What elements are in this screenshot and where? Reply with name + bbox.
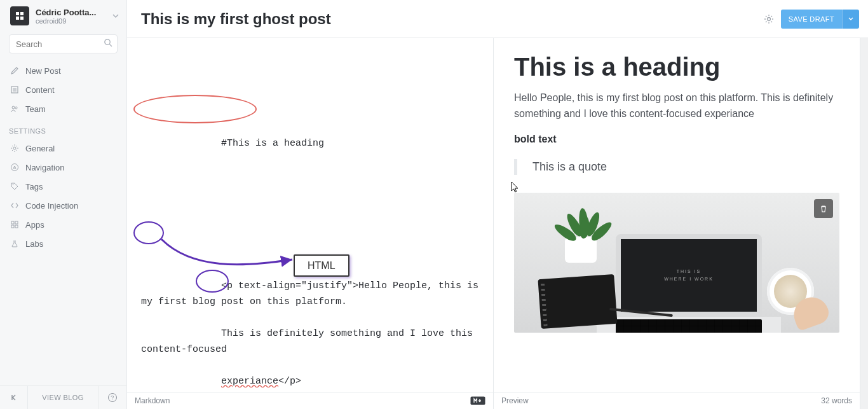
sidebar: Cédric Pootta... cedroid09 New Post Cont… <box>0 0 127 409</box>
editor-line-para2: This is definitely something and I love … <box>141 328 478 355</box>
sidebar-item-label: Navigation <box>25 163 64 172</box>
preview-pane: This is a heading Hello People, this is … <box>494 38 860 409</box>
sidebar-item-tags[interactable]: Tags <box>0 177 126 196</box>
compass-icon <box>9 163 20 172</box>
markdown-badge-icon[interactable] <box>470 396 485 405</box>
post-settings-icon[interactable] <box>763 13 775 25</box>
svg-point-11 <box>15 107 17 109</box>
editor-line-para2c: </p> <box>278 376 301 387</box>
svg-point-12 <box>13 147 16 149</box>
plant-graphic <box>546 199 616 269</box>
user-header[interactable]: Cédric Pootta... cedroid09 <box>0 0 126 31</box>
editor-line-para2b: experiance <box>221 376 278 387</box>
sidebar-item-label: Team <box>25 104 46 114</box>
svg-point-14 <box>13 184 14 186</box>
tag-icon <box>9 182 20 191</box>
editor-line-heading: #This is a heading <box>221 138 324 149</box>
preview-footer: Preview 32 words <box>494 392 860 409</box>
help-button[interactable]: ? <box>98 386 126 409</box>
list-icon <box>9 85 20 94</box>
svg-point-21 <box>767 17 770 20</box>
svg-rect-16 <box>15 221 18 224</box>
preview-bold: bold text <box>514 134 839 145</box>
search-icon[interactable] <box>104 38 112 47</box>
editor-footer: Markdown <box>127 392 493 409</box>
sidebar-item-label: Labs <box>25 239 43 249</box>
editor-pane: #This is a heading <p text-align="justif… <box>127 38 494 409</box>
pencil-icon <box>9 66 20 75</box>
editor-line-para1: <p text-align="justify">Hello People, th… <box>141 281 484 307</box>
blog-logo <box>10 6 29 25</box>
editor-mode-label: Markdown <box>135 396 170 405</box>
sidebar-item-labs[interactable]: Labs <box>0 234 126 253</box>
sidebar-item-label: Content <box>25 85 55 95</box>
svg-line-5 <box>109 44 112 46</box>
title-bar: This is my first ghost post SAVE DRAFT <box>127 0 868 38</box>
svg-point-13 <box>11 164 18 171</box>
save-dropdown-button[interactable] <box>842 10 859 29</box>
people-icon <box>9 104 20 113</box>
svg-rect-17 <box>11 225 14 228</box>
sidebar-item-content[interactable]: Content <box>0 80 126 99</box>
callout-html: HTML <box>294 254 349 277</box>
user-handle: cedroid09 <box>36 17 111 25</box>
scrollbar[interactable] <box>860 38 868 409</box>
sidebar-item-label: Apps <box>25 220 44 230</box>
chevron-down-icon[interactable] <box>111 11 120 20</box>
sidebar-item-general[interactable]: General <box>0 139 126 158</box>
save-draft-button[interactable]: SAVE DRAFT <box>781 10 842 29</box>
svg-rect-1 <box>20 12 24 15</box>
search-input[interactable] <box>9 34 118 53</box>
sidebar-search <box>9 34 118 53</box>
settings-label: SETTINGS <box>0 121 126 136</box>
sidebar-item-label: Code Injection <box>25 201 78 211</box>
user-name: Cédric Pootta... <box>36 8 111 17</box>
sidebar-item-label: New Post <box>25 66 61 76</box>
nav-settings: General Navigation Tags Code Injection A… <box>0 136 126 256</box>
gear-icon <box>9 144 20 153</box>
code-icon <box>9 201 20 210</box>
apps-icon <box>9 220 20 229</box>
sidebar-footer: VIEW BLOG ? <box>0 385 126 409</box>
svg-rect-0 <box>16 12 19 15</box>
sidebar-item-label: General <box>25 144 55 153</box>
preview-image: THIS IS WHERE I WORK <box>514 193 839 333</box>
sidebar-item-team[interactable]: Team <box>0 99 126 118</box>
preview-mode-label: Preview <box>501 396 529 405</box>
laptop-graphic: THIS IS WHERE I WORK <box>616 234 781 333</box>
word-count: 32 words <box>821 396 852 405</box>
preview-heading: This is a heading <box>514 52 839 81</box>
svg-text:?: ? <box>111 394 114 401</box>
svg-point-10 <box>12 106 15 109</box>
nav-primary: New Post Content Team <box>0 59 126 121</box>
sidebar-item-navigation[interactable]: Navigation <box>0 158 126 177</box>
save-draft-split-button: SAVE DRAFT <box>781 10 859 29</box>
editor-body[interactable]: #This is a heading <p text-align="justif… <box>127 38 493 392</box>
svg-point-4 <box>105 39 110 45</box>
preview-paragraph: Hello People, this is my first blog post… <box>514 90 839 122</box>
mouse-cursor-icon <box>510 181 520 193</box>
svg-rect-15 <box>11 221 14 224</box>
sidebar-item-apps[interactable]: Apps <box>0 215 126 234</box>
preview-quote: This is a quote <box>514 159 839 175</box>
view-blog-label: VIEW BLOG <box>42 394 83 401</box>
collapse-sidebar-button[interactable] <box>0 386 28 409</box>
notebook-graphic <box>538 274 617 329</box>
view-blog-button[interactable]: VIEW BLOG <box>28 386 98 409</box>
svg-rect-3 <box>20 17 24 20</box>
svg-rect-18 <box>15 225 18 228</box>
post-title[interactable]: This is my first ghost post <box>141 10 763 28</box>
sidebar-item-label: Tags <box>25 182 43 191</box>
main: This is my first ghost post SAVE DRAFT <box>127 0 868 409</box>
sidebar-item-new-post[interactable]: New Post <box>0 61 126 80</box>
svg-rect-22 <box>471 397 485 405</box>
delete-image-button[interactable] <box>814 199 833 218</box>
labs-icon <box>9 239 20 248</box>
svg-rect-2 <box>16 17 19 20</box>
sidebar-item-code-injection[interactable]: Code Injection <box>0 196 126 215</box>
